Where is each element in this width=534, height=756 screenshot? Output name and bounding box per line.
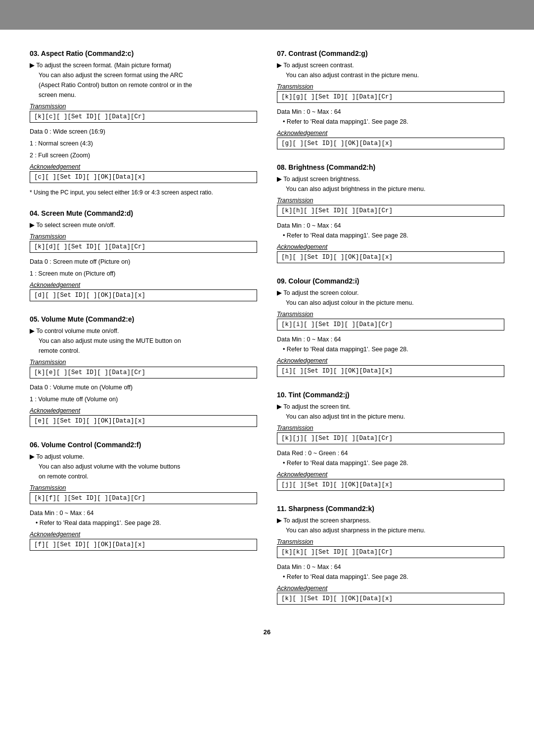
section-06-note-bullet: • Refer to 'Real data mapping1'. See pag… — [36, 518, 257, 528]
section-10-title: 10. Tint (Command2:j) — [277, 391, 504, 399]
section-06-data-line-0: Data Min : 0 ~ Max : 64 — [30, 508, 257, 518]
section-11-note-bullet: • Refer to 'Real data mapping1'. See pag… — [283, 572, 504, 582]
section-10-data-line-0: Data Red : 0 ~ Green : 64 — [277, 448, 504, 458]
section-09-data-line-0: Data Min : 0 ~ Max : 64 — [277, 334, 504, 344]
section-08-desc-line-0: ▶ To adjust screen brightness. — [277, 174, 504, 184]
section-09-ack-code: [i][ ][Set ID][ ][OK][Data][x] — [277, 365, 504, 377]
section-03-data-line-0: Data 0 : Wide screen (16:9) — [30, 127, 257, 137]
section-03-note: * Using the PC input, you select either … — [30, 188, 257, 197]
section-10-desc-line-1: You can also adjust tint in the picture … — [286, 412, 504, 422]
section-09-desc-line-1: You can also adjust colour in the pictur… — [286, 298, 504, 308]
section-03-ack-code: [c][ ][Set ID][ ][OK][Data][x] — [30, 171, 257, 183]
section-11-transmission-code: [k][k][ ][Set ID][ ][Data][Cr] — [277, 546, 504, 558]
section-06-desc-line-0: ▶ To adjust volume. — [30, 452, 257, 462]
section-03-title: 03. Aspect Ratio (Command2:c) — [30, 49, 257, 57]
section-05: 05. Volume Mute (Command2:e)▶ To control… — [30, 315, 257, 429]
section-05-ack-code: [e][ ][Set ID][ ][OK][Data][x] — [30, 415, 257, 427]
section-08-transmission-code: [k][h][ ][Set ID][ ][Data][Cr] — [277, 205, 504, 217]
section-10-transmission-label: Transmission — [277, 425, 504, 431]
section-03-ack-label: Acknowledgement — [30, 163, 257, 170]
section-06-ack-code: [f][ ][Set ID][ ][OK][Data][x] — [30, 539, 257, 551]
main-content: 03. Aspect Ratio (Command2:c)▶ To adjust… — [30, 49, 504, 618]
section-08-title: 08. Brightness (Command2:h) — [277, 163, 504, 171]
section-10-description: ▶ To adjust the screen tint.You can also… — [277, 402, 504, 422]
section-08-description: ▶ To adjust screen brightness.You can al… — [277, 174, 504, 194]
section-04-ack-label: Acknowledgement — [30, 282, 257, 288]
section-10-note-bullet: • Refer to 'Real data mapping1'. See pag… — [283, 458, 504, 468]
section-07-data-line-0: Data Min : 0 ~ Max : 64 — [277, 107, 504, 117]
section-03-transmission-code: [k][c][ ][Set ID][ ][Data][Cr] — [30, 111, 257, 123]
section-06-description: ▶ To adjust volume.You can also adjust v… — [30, 452, 257, 481]
section-07: 07. Contrast (Command2:g)▶ To adjust scr… — [277, 49, 504, 151]
section-10-transmission-code: [k][j][ ][Set ID][ ][Data][Cr] — [277, 432, 504, 444]
section-03-desc-line-1: You can also adjust the screen format us… — [39, 70, 257, 80]
section-05-description: ▶ To control volume mute on/off.You can … — [30, 326, 257, 356]
section-04-data-line-0: Data 0 : Screen mute off (Picture on) — [30, 257, 257, 267]
section-06-desc-line-2: on remote control. — [39, 472, 257, 481]
section-08-ack-label: Acknowledgement — [277, 243, 504, 250]
section-07-desc-line-1: You can also adjust contrast in the pict… — [286, 70, 504, 80]
section-10-desc-line-0: ▶ To adjust the screen tint. — [277, 402, 504, 412]
section-05-title: 05. Volume Mute (Command2:e) — [30, 315, 257, 323]
section-11-transmission-label: Transmission — [277, 538, 504, 545]
section-05-ack-label: Acknowledgement — [30, 407, 257, 414]
section-09-transmission-label: Transmission — [277, 311, 504, 318]
section-07-desc-line-0: ▶ To adjust screen contrast. — [277, 60, 504, 70]
section-06-transmission-code: [k][f][ ][Set ID][ ][Data][Cr] — [30, 492, 257, 504]
section-04-ack-code: [d][ ][Set ID][ ][OK][Data][x] — [30, 289, 257, 301]
section-07-transmission-code: [k][g][ ][Set ID][ ][Data][Cr] — [277, 91, 504, 103]
section-05-transmission-label: Transmission — [30, 359, 257, 366]
section-03: 03. Aspect Ratio (Command2:c)▶ To adjust… — [30, 49, 257, 197]
section-09: 09. Colour (Command2:i)▶ To adjust the s… — [277, 277, 504, 379]
section-09-description: ▶ To adjust the screen colour.You can al… — [277, 288, 504, 308]
section-03-data-line-1: 1 : Normal screen (4:3) — [30, 139, 257, 148]
section-06-ack-label: Acknowledgement — [30, 531, 257, 538]
section-06: 06. Volume Control (Command2:f)▶ To adju… — [30, 441, 257, 553]
section-04-title: 04. Screen Mute (Command2:d) — [30, 209, 257, 217]
section-04-data-line-1: 1 : Screen mute on (Picture off) — [30, 269, 257, 279]
section-11-description: ▶ To adjust the screen sharpness.You can… — [277, 516, 504, 535]
section-05-desc-line-2: remote control. — [39, 346, 257, 356]
section-10-ack-label: Acknowledgement — [277, 471, 504, 478]
section-08-transmission-label: Transmission — [277, 197, 504, 204]
section-05-data-line-0: Data 0 : Volume mute on (Volume off) — [30, 382, 257, 392]
page-number: 26 — [30, 628, 504, 636]
section-11-ack-label: Acknowledgement — [277, 585, 504, 592]
section-11: 11. Sharpness (Command2:k)▶ To adjust th… — [277, 505, 504, 607]
section-08: 08. Brightness (Command2:h)▶ To adjust s… — [277, 163, 504, 265]
section-07-title: 07. Contrast (Command2:g) — [277, 49, 504, 57]
section-05-desc-line-1: You can also adjust mute using the MUTE … — [39, 336, 257, 346]
section-03-data-line-2: 2 : Full screen (Zoom) — [30, 150, 257, 160]
section-05-desc-line-0: ▶ To control volume mute on/off. — [30, 326, 257, 336]
right-column: 07. Contrast (Command2:g)▶ To adjust scr… — [277, 49, 504, 618]
section-09-transmission-code: [k][i][ ][Set ID][ ][Data][Cr] — [277, 319, 504, 331]
section-05-data-line-1: 1 : Volume mute off (Volume on) — [30, 394, 257, 404]
section-05-transmission-code: [k][e][ ][Set ID][ ][Data][Cr] — [30, 367, 257, 378]
section-08-note-bullet: • Refer to 'Real data mapping1'. See pag… — [283, 231, 504, 240]
section-07-note-bullet: • Refer to 'Real data mapping1'. See pag… — [283, 117, 504, 127]
section-11-title: 11. Sharpness (Command2:k) — [277, 505, 504, 513]
section-11-ack-code: [k][ ][Set ID][ ][OK][Data][x] — [277, 593, 504, 605]
section-07-transmission-label: Transmission — [277, 83, 504, 90]
section-06-desc-line-1: You can also adjust volume with the volu… — [39, 462, 257, 472]
section-10-ack-code: [j][ ][Set ID][ ][OK][Data][x] — [277, 479, 504, 491]
section-03-desc-line-2: (Aspect Ratio Control) button on remote … — [39, 80, 257, 90]
section-09-desc-line-0: ▶ To adjust the screen colour. — [277, 288, 504, 298]
section-09-title: 09. Colour (Command2:i) — [277, 277, 504, 285]
section-11-desc-line-1: You can also adjust sharpness in the pic… — [286, 525, 504, 535]
section-04: 04. Screen Mute (Command2:d)▶ To select … — [30, 209, 257, 303]
section-06-transmission-label: Transmission — [30, 484, 257, 491]
section-03-desc-line-0: ▶ To adjust the screen format. (Main pic… — [30, 60, 257, 70]
section-11-desc-line-0: ▶ To adjust the screen sharpness. — [277, 516, 504, 525]
section-07-ack-code: [g][ ][Set ID][ ][OK][Data][x] — [277, 138, 504, 149]
section-04-description: ▶ To select screen mute on/off. — [30, 220, 257, 230]
section-10: 10. Tint (Command2:j)▶ To adjust the scr… — [277, 391, 504, 493]
section-07-ack-label: Acknowledgement — [277, 130, 504, 137]
section-08-desc-line-1: You can also adjust brightness in the pi… — [286, 184, 504, 194]
section-03-desc-line-3: screen menu. — [39, 90, 257, 100]
section-09-ack-label: Acknowledgement — [277, 357, 504, 364]
section-03-description: ▶ To adjust the screen format. (Main pic… — [30, 60, 257, 100]
section-06-title: 06. Volume Control (Command2:f) — [30, 441, 257, 449]
section-09-note-bullet: • Refer to 'Real data mapping1'. See pag… — [283, 344, 504, 354]
section-07-description: ▶ To adjust screen contrast.You can also… — [277, 60, 504, 80]
